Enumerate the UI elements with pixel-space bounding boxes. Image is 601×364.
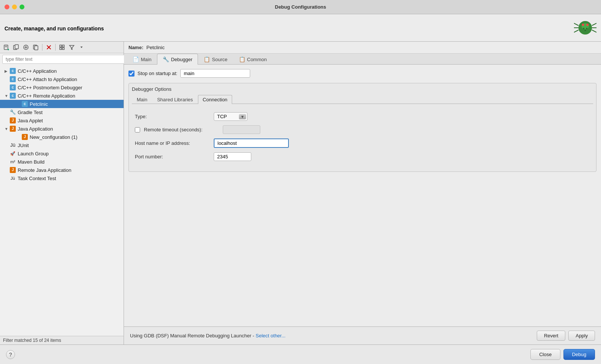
name-row: Name: Petclinic [124, 42, 601, 54]
tree-item-c-attach[interactable]: c C/C++ Attach to Application [0, 75, 124, 83]
debugger-options-box: Debugger Options Main Shared Libraries C… [128, 83, 596, 172]
tab-source[interactable]: 📋 Source [198, 54, 233, 65]
titlebar-buttons [5, 5, 24, 9]
stop-on-startup-checkbox[interactable] [128, 71, 134, 77]
tree-item-task-context[interactable]: Jü Task Context Test [0, 174, 124, 182]
sub-tab-shared-libs[interactable]: Shared Libraries [152, 95, 198, 104]
tree-label-c-attach: C/C++ Attach to Application [18, 77, 77, 82]
sub-tab-main[interactable]: Main [132, 95, 152, 104]
tree-item-gradle[interactable]: 🔧 Gradle Test [0, 108, 124, 116]
type-row: Type: TCP UDP Serial ▼ [135, 112, 590, 121]
maximize-button[interactable] [20, 5, 24, 9]
close-window-button[interactable] [5, 5, 9, 9]
filter-status: Filter matched 15 of 24 items [3, 338, 61, 343]
tree-label-c-remote: C/C++ Remote Application [18, 93, 75, 99]
minimize-button[interactable] [12, 5, 17, 9]
close-button[interactable]: Close [530, 349, 560, 360]
tree-area: ▶ c C/C++ Application c C/C++ Attach to … [0, 65, 124, 336]
svg-rect-19 [15, 45, 18, 49]
tree-item-java-applet[interactable]: J Java Applet [0, 116, 124, 125]
tree-label-c-postmortem: C/C++ Postmortem Debugger [18, 85, 82, 90]
icon-java-app: J [10, 126, 16, 132]
status-bar: Filter matched 15 of 24 items [0, 336, 124, 344]
icon-c-postmortem: c [10, 84, 16, 90]
help-button[interactable]: ? [6, 350, 15, 359]
sub-tab-connection[interactable]: Connection [198, 95, 233, 104]
tree-arrow-c-app: ▶ [5, 69, 9, 73]
tree-label-maven: Maven Build [18, 159, 45, 165]
svg-rect-28 [62, 45, 64, 47]
tab-source-label: Source [212, 57, 227, 62]
footer-bar: ? Close Debug [0, 344, 601, 364]
tree-item-c-remote[interactable]: ▼ c C/C++ Remote Application [0, 92, 124, 100]
icon-remote-java: J [10, 167, 16, 173]
tree-item-junit[interactable]: Jü JUnit [0, 141, 124, 149]
svg-point-10 [583, 28, 584, 29]
tree-label-task-context: Task Context Test [18, 176, 56, 181]
icon-gradle: 🔧 [10, 109, 16, 115]
type-select[interactable]: TCP UDP Serial [214, 112, 248, 121]
tree-label-java-applet: Java Applet [18, 118, 43, 123]
copy-button[interactable] [32, 43, 40, 51]
tree-item-launch-group[interactable]: 🚀 Launch Group [0, 149, 124, 158]
sub-tab-bar: Main Shared Libraries Connection [132, 95, 593, 104]
tree-item-maven[interactable]: m² Maven Build [0, 158, 124, 166]
name-label: Name: [128, 45, 143, 50]
revert-button[interactable]: Revert [537, 331, 565, 341]
svg-rect-13 [4, 45, 8, 50]
new-proto-button[interactable] [22, 43, 30, 51]
debugger-options-title: Debugger Options [132, 86, 593, 92]
timeout-input[interactable] [223, 125, 260, 134]
host-label: Host name or IP address: [135, 140, 210, 146]
svg-line-5 [592, 23, 596, 26]
stop-on-startup-input[interactable] [180, 69, 250, 78]
new-config-button[interactable] [2, 43, 11, 51]
port-input[interactable] [214, 152, 251, 161]
svg-point-9 [586, 24, 589, 26]
right-panel: Name: Petclinic 📄 Main 🔧 Debugger 📋 Sour… [124, 42, 601, 344]
tree-label-java-app: Java Application [18, 126, 53, 132]
svg-rect-30 [62, 48, 64, 50]
tree-label-c-app: C/C++ Application [18, 68, 57, 74]
port-row: Port number: [135, 152, 590, 161]
filter-arrow-button[interactable] [77, 43, 86, 51]
tab-source-icon: 📋 [204, 56, 210, 62]
tree-item-c-postmortem[interactable]: c C/C++ Postmortem Debugger [0, 83, 124, 92]
host-input[interactable] [214, 138, 289, 148]
bug-icon [574, 17, 596, 40]
duplicate-button[interactable] [12, 43, 20, 51]
tree-label-gradle: Gradle Test [18, 110, 42, 115]
window-title: Debug Configurations [275, 4, 326, 10]
icon-launch-group: 🚀 [10, 150, 16, 156]
content-area: Stop on startup at: Debugger Options Mai… [124, 65, 601, 326]
debug-button[interactable]: Debug [563, 349, 595, 360]
apply-button[interactable]: Apply [568, 331, 595, 341]
tree-item-new-config[interactable]: J New_configuration (1) [0, 133, 124, 141]
icon-c-app: c [10, 68, 16, 74]
tab-debugger[interactable]: 🔧 Debugger [157, 54, 198, 65]
svg-rect-29 [60, 48, 62, 50]
tree-item-petclinic[interactable]: c Petclinic [0, 100, 124, 108]
tab-debugger-label: Debugger [171, 57, 192, 62]
tree-item-remote-java[interactable]: J Remote Java Application [0, 166, 124, 174]
timeout-checkbox[interactable] [135, 127, 140, 132]
select-other-link[interactable]: Select other... [256, 333, 286, 338]
tab-main[interactable]: 📄 Main [127, 54, 157, 65]
svg-point-11 [586, 28, 587, 29]
icon-petclinic: c [22, 101, 28, 107]
tab-common-label: Common [247, 57, 267, 62]
toolbar-row [0, 42, 124, 53]
icon-java-applet: J [10, 117, 16, 123]
tree-item-java-app[interactable]: ▼ J Java Application [0, 125, 124, 133]
filter-input[interactable] [2, 55, 126, 64]
timeout-label: Remote timeout (seconds): [144, 127, 219, 132]
launcher-text-prefix: Using GDB (DSF) Manual Remote Debugging … [130, 333, 256, 338]
footer-buttons: Close Debug [530, 349, 595, 360]
tab-common[interactable]: 📋 Common [233, 54, 273, 65]
titlebar: Debug Configurations [0, 0, 601, 14]
delete-button[interactable] [45, 43, 53, 51]
svg-line-4 [574, 30, 578, 32]
collapse-button[interactable] [58, 43, 66, 51]
filter-button[interactable] [68, 43, 76, 51]
tree-item-c-app[interactable]: ▶ c C/C++ Application [0, 67, 124, 75]
